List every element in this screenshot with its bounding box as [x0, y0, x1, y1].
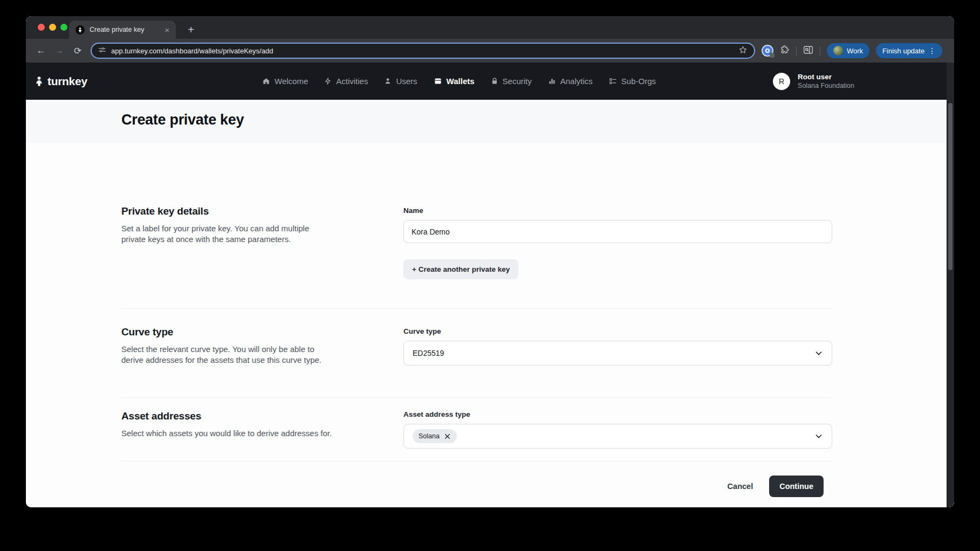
- nav-label: Users: [396, 77, 417, 86]
- app-navbar: turnkey Welcome Activities Users Wallets: [26, 63, 954, 100]
- asset-address-type-label: Asset address type: [403, 410, 832, 418]
- nav-label: Security: [503, 77, 532, 86]
- curve-type-value: ED25519: [413, 349, 444, 357]
- turnkey-mark-icon: [35, 75, 44, 87]
- nav-label: Analytics: [560, 77, 593, 86]
- create-another-key-button[interactable]: + Create another private key: [403, 259, 518, 279]
- zoom-window-button[interactable]: [60, 24, 67, 31]
- section-private-key-details: Private key details Set a label for your…: [121, 205, 337, 245]
- org-list-icon: [609, 77, 617, 85]
- brand-wordmark: turnkey: [47, 75, 87, 88]
- nav-item-wallets[interactable]: Wallets: [434, 77, 475, 86]
- tab-title: Create private key: [90, 26, 160, 33]
- section-heading: Private key details: [121, 205, 337, 217]
- name-input[interactable]: [403, 220, 832, 243]
- side-panel-search-icon[interactable]: [803, 45, 813, 57]
- site-settings-icon[interactable]: [98, 46, 106, 56]
- asset-address-select[interactable]: Solana: [403, 424, 832, 449]
- password-manager-extension-icon[interactable]: [762, 45, 773, 57]
- chip-label: Solana: [419, 432, 440, 440]
- window-controls: [38, 24, 67, 31]
- profile-avatar: [833, 46, 843, 56]
- scrollbar-thumb[interactable]: [948, 103, 952, 270]
- toolbar-divider: [820, 46, 820, 56]
- lightning-icon: [324, 77, 332, 85]
- asset-address-form: Asset address type Solana: [403, 410, 832, 449]
- section-asset-addresses: Asset addresses Select which assets you …: [121, 410, 337, 439]
- nav-label: Welcome: [275, 77, 308, 86]
- close-window-button[interactable]: [38, 24, 45, 31]
- nav-item-activities[interactable]: Activities: [324, 77, 368, 86]
- section-heading: Asset addresses: [121, 410, 337, 422]
- section-description: Set a label for your private key. You ca…: [121, 223, 333, 245]
- toolbar-divider: [796, 46, 797, 56]
- turnkey-favicon-icon: [76, 25, 85, 35]
- section-heading: Curve type: [121, 326, 337, 338]
- profile-label: Work: [847, 47, 863, 55]
- nav-item-sub-orgs[interactable]: Sub-Orgs: [609, 77, 656, 86]
- nav-label: Activities: [336, 77, 368, 86]
- section-description: Select the relevant curve type. You will…: [121, 344, 333, 366]
- section-divider: [121, 308, 832, 309]
- reload-icon[interactable]: ⟳: [70, 43, 85, 58]
- page-header-band: Create private key: [26, 100, 954, 143]
- section-divider: [121, 397, 832, 398]
- chevron-down-icon: [814, 432, 823, 440]
- url-text[interactable]: app.turnkey.com/dashboard/wallets/privat…: [111, 47, 734, 55]
- name-label: Name: [403, 206, 832, 215]
- remove-chip-icon[interactable]: [444, 433, 451, 440]
- finish-update-label: Finish update: [882, 47, 924, 55]
- nav-item-users[interactable]: Users: [384, 77, 417, 86]
- solana-chip: Solana: [413, 429, 457, 443]
- home-icon: [262, 77, 270, 85]
- wallet-icon: [434, 77, 442, 85]
- address-bar[interactable]: app.turnkey.com/dashboard/wallets/privat…: [91, 43, 755, 59]
- extensions-puzzle-icon[interactable]: [780, 45, 790, 57]
- page-title: Create private key: [121, 112, 244, 128]
- continue-button[interactable]: Continue: [769, 476, 824, 497]
- minimize-window-button[interactable]: [49, 24, 56, 31]
- finish-update-button[interactable]: Finish update ⋮: [876, 43, 942, 58]
- curve-type-form: Curve type ED25519: [403, 327, 832, 366]
- user-avatar: R: [773, 73, 790, 90]
- user-name: Root user: [798, 73, 854, 81]
- back-icon[interactable]: ←: [33, 43, 49, 58]
- curve-type-select[interactable]: ED25519: [403, 341, 832, 366]
- kebab-menu-icon[interactable]: ⋮: [928, 47, 936, 54]
- section-curve-type: Curve type Select the relevant curve typ…: [121, 326, 337, 366]
- nav-item-security[interactable]: Security: [491, 77, 532, 86]
- cancel-button[interactable]: Cancel: [728, 482, 753, 491]
- section-description: Select which assets you would like to de…: [121, 428, 333, 439]
- user-icon: [384, 77, 392, 85]
- browser-window: Create private key × + ← → ⟳ app.turnkey…: [26, 16, 954, 507]
- main-menu: Welcome Activities Users Wallets Securit…: [262, 77, 656, 86]
- nav-item-analytics[interactable]: Analytics: [548, 77, 593, 86]
- nav-label: Sub-Orgs: [621, 77, 656, 86]
- lock-icon: [491, 77, 498, 85]
- browser-toolbar: ← → ⟳ app.turnkey.com/dashboard/wallets/…: [26, 39, 954, 63]
- nav-item-welcome[interactable]: Welcome: [262, 77, 308, 86]
- nav-label: Wallets: [447, 77, 475, 86]
- extension-cluster: Work Finish update ⋮: [762, 43, 942, 58]
- turnkey-logo[interactable]: turnkey: [35, 75, 87, 88]
- chevron-down-icon: [814, 349, 823, 357]
- forward-icon[interactable]: →: [52, 43, 67, 58]
- tab-strip: Create private key × +: [26, 16, 954, 39]
- page-content: Create private key Private key details S…: [26, 100, 954, 507]
- page-scrollbar[interactable]: [947, 63, 954, 507]
- footer-divider: [121, 461, 832, 462]
- curve-type-label: Curve type: [403, 327, 832, 335]
- profile-chip[interactable]: Work: [827, 43, 869, 58]
- user-menu[interactable]: R Root user Solana Foundation: [773, 73, 854, 90]
- form-footer: Cancel Continue: [728, 476, 824, 497]
- browser-tab[interactable]: Create private key ×: [69, 20, 176, 39]
- bar-chart-icon: [548, 77, 556, 85]
- user-organization: Solana Foundation: [798, 82, 854, 89]
- new-tab-button[interactable]: +: [183, 22, 198, 37]
- private-key-form: Name + Create another private key: [403, 206, 832, 279]
- bookmark-star-icon[interactable]: [738, 45, 748, 57]
- tab-close-icon[interactable]: ×: [165, 26, 169, 34]
